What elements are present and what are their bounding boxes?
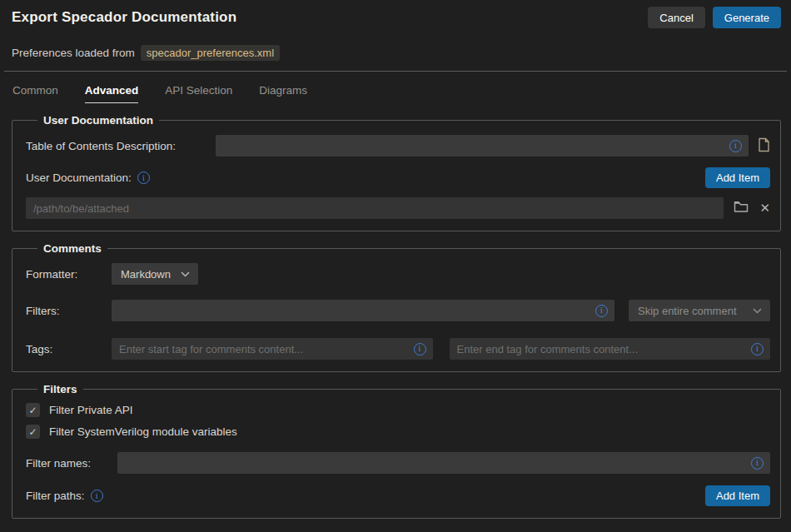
filter-sv-module-vars-checkbox[interactable] [26,425,40,439]
attachment-path-input-wrap [26,197,724,219]
user-documentation-label: User Documentation: [26,172,132,184]
browse-folder-button[interactable] [734,201,749,216]
preferences-file-chip: specador_preferences.xml [141,45,280,61]
formatter-label: Formatter: [26,268,112,281]
folder-icon [734,201,749,216]
info-icon[interactable]: i [137,172,150,184]
toc-description-input-wrap: i [216,135,749,157]
chevron-down-icon [753,308,762,314]
user-documentation-row: User Documentation: i Add Item [26,167,770,188]
add-item-button[interactable]: Add Item [705,167,770,188]
tab-bar: Common Advanced API Selection Diagrams [12,84,781,103]
filter-mode-select[interactable]: Skip entire comment [629,300,770,321]
generate-button[interactable]: Generate [713,7,781,28]
page-title: Export Specador Documentation [12,9,236,26]
end-tag-input[interactable] [450,338,771,360]
tab-diagrams[interactable]: Diagrams [259,84,307,103]
filter-mode-selected-value: Skip entire comment [638,305,737,317]
group-user-documentation-legend: User Documentation [37,114,159,127]
tab-api-selection[interactable]: API Selection [165,84,232,103]
preferences-status: Preferences loaded from specador_prefere… [12,45,781,61]
group-user-documentation: User Documentation Table of Contents Des… [12,114,781,231]
attachment-path-input[interactable] [26,197,724,219]
filter-names-row: Filter names: i [26,452,770,474]
document-icon [758,137,770,155]
header-separator [4,71,787,72]
end-tag-input-wrap: i [450,338,771,360]
cancel-button[interactable]: Cancel [648,7,704,28]
comment-filters-row: Filters: i Skip entire comment [26,300,770,321]
toc-description-row: Table of Contents Description: i [26,135,770,157]
remove-item-button[interactable]: ✕ [759,201,770,216]
close-icon: ✕ [759,201,770,216]
add-item-button[interactable]: Add Item [705,485,770,506]
filter-paths-label: Filter paths: [26,490,85,502]
comment-filters-input-wrap: i [112,300,614,321]
attachment-path-row: ✕ [26,197,770,219]
group-filters-legend: Filters [37,383,83,395]
toc-description-label: Table of Contents Description: [26,140,216,152]
toc-description-input[interactable] [216,135,749,157]
filter-paths-row: Filter paths: i Add Item [26,485,770,506]
formatter-selected-value: Markdown [121,268,171,281]
info-icon[interactable]: i [414,343,426,355]
formatter-row: Formatter: Markdown [26,263,770,285]
filter-private-api-row: Filter Private API [26,403,770,417]
filter-sv-module-vars-row: Filter SystemVerilog module variables [26,425,770,439]
chevron-down-icon [181,271,190,277]
group-comments: Comments Formatter: Markdown Filters: i … [12,242,781,372]
info-icon[interactable]: i [595,305,608,317]
info-icon[interactable]: i [729,140,742,152]
header-buttons: Cancel Generate [648,7,781,28]
dialog-header: Export Specador Documentation Cancel Gen… [12,0,781,28]
formatter-select[interactable]: Markdown [112,263,198,285]
filter-private-api-label: Filter Private API [49,404,133,416]
filter-names-input[interactable] [117,452,770,474]
comment-filters-input[interactable] [112,300,614,321]
preferences-status-text: Preferences loaded from [12,47,135,59]
export-dialog: Export Specador Documentation Cancel Gen… [0,0,791,519]
tab-advanced[interactable]: Advanced [85,84,139,103]
comment-filters-label: Filters: [26,305,112,317]
open-file-button[interactable] [758,137,770,155]
start-tag-input-wrap: i [112,338,433,360]
filter-sv-module-vars-label: Filter SystemVerilog module variables [49,425,237,438]
info-icon[interactable]: i [751,457,764,470]
filter-names-label: Filter names: [26,457,117,470]
filter-names-input-wrap: i [117,452,770,474]
tags-label: Tags: [26,343,112,355]
info-icon[interactable]: i [751,343,764,355]
tab-common[interactable]: Common [12,84,58,103]
tags-row: Tags: i i [26,338,770,360]
filter-private-api-checkbox[interactable] [26,403,40,417]
group-comments-legend: Comments [37,242,107,255]
info-icon[interactable]: i [91,490,103,502]
group-filters: Filters Filter Private API Filter System… [12,383,781,519]
start-tag-input[interactable] [112,338,433,360]
